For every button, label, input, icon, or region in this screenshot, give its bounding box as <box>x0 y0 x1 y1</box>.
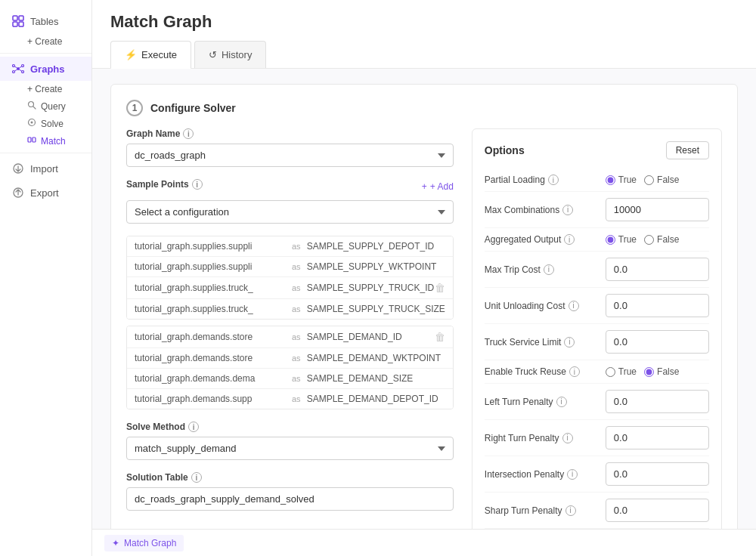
supply-row-2: tutorial_graph.supplies.truck_ as SAMPLE… <box>127 277 453 299</box>
right-turn-penalty-input[interactable] <box>606 426 709 449</box>
demand-group-delete-button[interactable]: 🗑 <box>435 331 445 343</box>
partial-loading-false-radio[interactable]: False <box>644 175 679 185</box>
sample-points-info-icon[interactable]: i <box>192 179 203 190</box>
match-label: Match <box>41 136 66 147</box>
options-reset-button[interactable]: Reset <box>666 141 709 159</box>
sidebar: Tables + Create Graphs + Create Query So… <box>0 0 92 556</box>
aggregated-output-info-icon[interactable]: i <box>564 234 575 245</box>
enable-truck-reuse-info-icon[interactable]: i <box>569 366 580 377</box>
supply-row-0-left: tutorial_graph.supplies.suppli <box>135 241 286 252</box>
demand-row-0-right: SAMPLE_DEMAND_ID <box>307 332 435 342</box>
right-turn-penalty-info-icon[interactable]: i <box>562 433 573 443</box>
solve-method-label: Solve Method i <box>126 422 454 432</box>
option-aggregated-output: Aggregated Output i True False <box>485 228 709 252</box>
options-container: Options Reset Partial Loading i True <box>472 128 722 556</box>
truck-service-limit-label: Truck Service Limit i <box>485 337 606 348</box>
truck-service-limit-info-icon[interactable]: i <box>564 337 575 348</box>
sidebar-sub-graphs-query[interactable]: Query <box>0 97 91 115</box>
demand-row-1-left: tutorial_graph.demands.store <box>135 353 286 363</box>
graphs-icon <box>12 63 24 75</box>
execute-tab-label: Execute <box>141 49 177 60</box>
partial-loading-info-icon[interactable]: i <box>548 175 559 185</box>
sidebar-item-tables[interactable]: Tables <box>0 9 91 33</box>
enable-truck-reuse-true-radio[interactable]: True <box>606 366 637 377</box>
import-icon <box>12 162 24 175</box>
svg-line-9 <box>14 66 17 68</box>
supply-row-3-left: tutorial_graph.supplies.truck_ <box>135 304 286 314</box>
export-icon <box>12 187 24 199</box>
option-max-trip-cost: Max Trip Cost i <box>485 252 709 288</box>
supply-row-2-left: tutorial_graph.supplies.truck_ <box>135 283 286 293</box>
svg-line-10 <box>20 66 22 68</box>
svg-line-11 <box>14 70 17 71</box>
aggregated-output-true-radio[interactable]: True <box>606 234 637 245</box>
enable-truck-reuse-false-radio[interactable]: False <box>644 366 679 377</box>
graph-name-info-icon[interactable]: i <box>183 128 194 139</box>
export-label: Export <box>30 187 59 199</box>
solve-method-select[interactable]: match_supply_demand <box>126 437 454 460</box>
graphs-create-label: + Create <box>27 84 62 94</box>
aggregated-output-label: Aggregated Output i <box>485 234 606 245</box>
graph-name-select[interactable]: dc_roads_graph <box>126 144 454 167</box>
truck-service-limit-input[interactable] <box>606 330 709 354</box>
tab-history[interactable]: ↺ History <box>194 41 266 68</box>
solve-label: Solve <box>41 119 64 129</box>
svg-point-6 <box>22 65 24 67</box>
sharp-turn-penalty-info-icon[interactable]: i <box>565 505 576 516</box>
history-tab-icon: ↺ <box>209 49 217 60</box>
partial-loading-true-radio[interactable]: True <box>606 175 637 185</box>
sidebar-item-graphs[interactable]: Graphs <box>0 57 91 81</box>
form-left: Graph Name i dc_roads_graph Sample Point… <box>126 128 454 556</box>
svg-rect-1 <box>19 16 23 20</box>
bottom-tab-icon: ✦ <box>112 538 119 548</box>
max-trip-cost-input[interactable] <box>606 258 709 281</box>
sample-points-label: Sample Points i <box>126 179 203 190</box>
content-area: 1 Configure Solver Graph Name i dc_roads… <box>92 69 756 556</box>
intersection-penalty-input[interactable] <box>606 462 709 486</box>
tab-execute[interactable]: ⚡ Execute <box>110 41 191 69</box>
sharp-turn-penalty-label: Sharp Turn Penalty i <box>485 505 606 516</box>
sample-points-header: Sample Points i + + Add <box>126 179 454 194</box>
sidebar-sub-graphs-create[interactable]: + Create <box>0 81 91 97</box>
svg-point-5 <box>13 65 15 67</box>
sample-points-select[interactable]: Select a configuration <box>126 200 454 224</box>
solve-method-info-icon[interactable]: i <box>188 422 199 432</box>
left-turn-penalty-control <box>606 390 709 413</box>
left-turn-penalty-info-icon[interactable]: i <box>556 397 567 407</box>
left-turn-penalty-input[interactable] <box>606 390 709 413</box>
supply-rows-group: tutorial_graph.supplies.suppli as SAMPLE… <box>126 236 454 320</box>
solution-table-input[interactable] <box>126 487 454 511</box>
partial-loading-label: Partial Loading i <box>485 175 606 185</box>
sidebar-item-import[interactable]: Import <box>0 156 91 181</box>
unit-unloading-cost-label: Unit Unloading Cost i <box>485 301 606 311</box>
supply-row-3: tutorial_graph.supplies.truck_ as SAMPLE… <box>127 299 453 319</box>
supply-group-delete-button[interactable]: 🗑 <box>435 282 445 294</box>
svg-rect-0 <box>13 16 17 20</box>
solution-table-info-icon[interactable]: i <box>191 472 202 483</box>
max-combinations-info-icon[interactable]: i <box>562 205 573 215</box>
aggregated-output-false-radio[interactable]: False <box>644 234 679 245</box>
intersection-penalty-info-icon[interactable]: i <box>567 469 578 480</box>
tab-bar: ⚡ Execute ↺ History <box>110 41 738 68</box>
bottom-tab-match-graph[interactable]: ✦ Match Graph <box>104 535 184 551</box>
unit-unloading-cost-control <box>606 294 709 317</box>
unit-unloading-cost-input[interactable] <box>606 294 709 317</box>
query-icon <box>27 100 36 112</box>
page-title: Match Graph <box>110 12 738 32</box>
sidebar-sub-graphs-solve[interactable]: Solve <box>0 115 91 132</box>
add-sample-point-button[interactable]: + + Add <box>422 181 454 192</box>
svg-line-12 <box>20 70 22 71</box>
unit-unloading-cost-info-icon[interactable]: i <box>569 301 579 311</box>
sidebar-item-export[interactable]: Export <box>0 181 91 205</box>
max-combinations-input[interactable] <box>606 198 709 221</box>
max-trip-cost-info-icon[interactable]: i <box>544 264 554 275</box>
sharp-turn-penalty-input[interactable] <box>606 499 709 522</box>
sidebar-sub-tables-create[interactable]: + Create <box>0 33 91 50</box>
svg-rect-18 <box>33 137 36 142</box>
demand-row-2: tutorial_graph.demands.dema as SAMPLE_DE… <box>127 369 453 389</box>
enable-truck-reuse-label: Enable Truck Reuse i <box>485 366 606 377</box>
max-combinations-control <box>606 198 709 221</box>
left-turn-penalty-label: Left Turn Penalty i <box>485 397 606 407</box>
demand-row-2-left: tutorial_graph.demands.dema <box>135 373 286 384</box>
sidebar-sub-graphs-match[interactable]: Match <box>0 132 91 150</box>
